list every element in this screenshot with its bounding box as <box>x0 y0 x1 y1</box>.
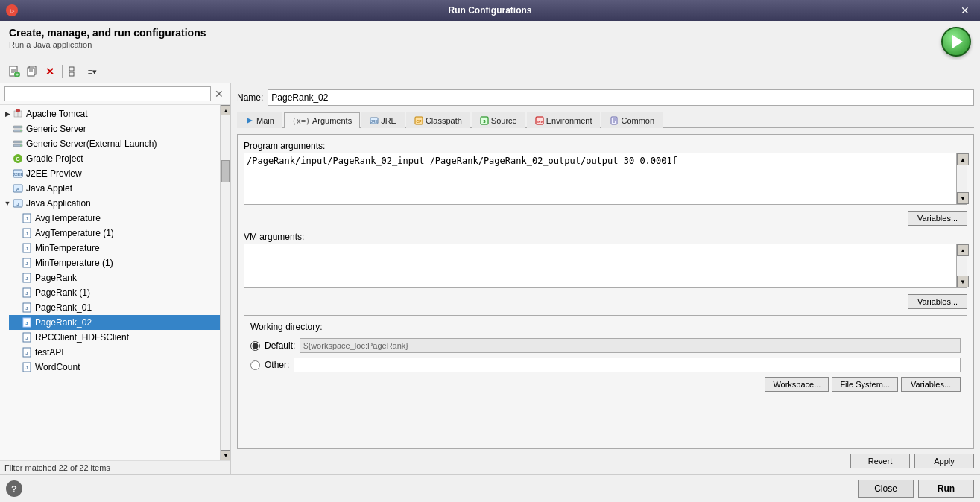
tree-item-rpcclient[interactable]: ▶ J RPCClient_HDFSClient <box>9 330 220 345</box>
collapse-button[interactable] <box>66 63 83 80</box>
svg-text:J: J <box>16 202 19 206</box>
duplicate-config-button[interactable] <box>24 63 40 80</box>
java-file-icon: J <box>21 317 33 328</box>
java-file-icon: J <box>21 287 33 299</box>
vm-scroll-up[interactable]: ▲ <box>957 244 969 256</box>
gradle-icon: G <box>12 153 24 165</box>
svg-point-25 <box>20 142 22 143</box>
tree-item-pagerank[interactable]: ▶ J PageRank <box>9 270 220 285</box>
help-button[interactable]: ? <box>6 480 22 497</box>
svg-text:ENV: ENV <box>537 120 543 124</box>
search-input[interactable] <box>4 86 211 101</box>
tree-item-testapi[interactable]: ▶ J testAPI <box>9 345 220 360</box>
name-label: Name: <box>237 92 263 103</box>
pagerank-02-label: PageRank_02 <box>35 317 92 328</box>
svg-text:G: G <box>16 156 20 162</box>
vm-scroll-down[interactable]: ▼ <box>957 276 969 287</box>
new-config-button[interactable]: + <box>6 63 22 80</box>
prog-scroll-up[interactable]: ▲ <box>957 153 969 165</box>
close-dialog-button[interactable]: Close <box>858 480 914 498</box>
tab-common[interactable]: Common <box>601 112 663 128</box>
tree-item-pagerank-1[interactable]: ▶ J PageRank (1) <box>9 285 220 300</box>
java-file-icon: J <box>21 257 33 269</box>
tree-item-java-application[interactable]: ▼ J Java Application <box>0 196 220 211</box>
delete-config-button[interactable]: ✕ <box>42 63 58 80</box>
tree-item-java-applet[interactable]: ▶ A Java Applet <box>0 181 220 196</box>
vm-args-label: VM arguments: <box>244 232 967 242</box>
tree-item-pagerank-02[interactable]: ▶ J PageRank_02 <box>9 315 220 330</box>
revert-button[interactable]: Revert <box>850 454 910 468</box>
name-input[interactable] <box>268 89 974 106</box>
tab-main[interactable]: Main <box>237 112 282 128</box>
default-dir-row: Default: <box>250 338 961 353</box>
tree-item-apache-tomcat[interactable]: ▶ Apache Tomcat <box>0 107 220 121</box>
svg-text:J: J <box>25 291 28 296</box>
working-dir-section: Working directory: Default: Other: Works… <box>244 315 967 398</box>
svg-text:J: J <box>25 232 28 236</box>
tab-jre[interactable]: JRE JRE <box>361 112 405 128</box>
vm-args-input[interactable] <box>244 244 957 288</box>
vm-vars-row: Variables... <box>244 294 967 309</box>
program-args-label: Program arguments: <box>244 141 967 151</box>
scroll-thumb[interactable] <box>221 160 230 182</box>
tab-common-label: Common <box>621 116 654 125</box>
scroll-up-button[interactable]: ▲ <box>221 105 230 115</box>
tree-item-min-temp[interactable]: ▶ J MinTemperature <box>9 241 220 255</box>
workspace-button[interactable]: Workspace... <box>765 377 829 392</box>
tab-environment[interactable]: ENV Environment <box>527 112 601 128</box>
vm-args-section: VM arguments: ▲ ▼ <box>244 232 967 288</box>
prog-scroll-down[interactable]: ▼ <box>957 192 969 204</box>
tab-classpath[interactable]: CP Classpath <box>406 112 470 128</box>
tree-item-pagerank-01[interactable]: ▶ J PageRank_01 <box>9 300 220 315</box>
program-args-input[interactable] <box>244 153 957 205</box>
tab-environment-label: Environment <box>546 116 592 125</box>
generic-server-ext-label: Generic Server(External Launch) <box>26 139 157 149</box>
tree-item-avg-temp-1[interactable]: ▶ J AvgTemperature (1) <box>9 226 220 241</box>
search-bar: ✕ <box>0 83 230 105</box>
tree-item-min-temp-1[interactable]: ▶ J MinTemperature (1) <box>9 255 220 270</box>
run-button[interactable] <box>941 27 971 57</box>
vm-args-scrollbar: ▲ ▼ <box>957 244 967 288</box>
tab-arguments-label: Arguments <box>312 116 352 125</box>
svg-point-26 <box>20 145 22 147</box>
pagerank-label: PageRank <box>35 273 77 283</box>
tree-item-gradle[interactable]: ▶ G Gradle Project <box>0 151 220 166</box>
other-radio[interactable] <box>250 360 260 370</box>
scroll-track <box>221 115 230 450</box>
header-left: Create, manage, and run configurations R… <box>9 27 206 49</box>
arguments-form: Program arguments: ▲ ▼ Variables... <box>237 134 974 449</box>
tree-item-generic-server[interactable]: ▶ Generic Server <box>0 121 220 136</box>
other-dir-input[interactable] <box>294 358 961 372</box>
svg-text:J2EE: J2EE <box>13 172 23 177</box>
title-bar: ▷ Run Configurations ✕ <box>0 0 980 21</box>
svg-text:CP: CP <box>416 119 422 124</box>
vm-args-container: ▲ ▼ <box>244 244 967 288</box>
tree-item-j2ee[interactable]: ▶ J2EE J2EE Preview <box>0 166 220 181</box>
working-dir-variables-button[interactable]: Variables... <box>901 377 961 392</box>
run-dialog-button[interactable]: Run <box>918 480 974 498</box>
server-icon <box>12 123 24 135</box>
tab-arguments[interactable]: (x=) Arguments <box>284 112 360 128</box>
vm-args-variables-button[interactable]: Variables... <box>908 294 967 309</box>
default-radio[interactable] <box>250 341 260 351</box>
tree-item-generic-server-ext[interactable]: ▶ Generic Server(External Launch) <box>0 136 220 151</box>
scroll-down-button[interactable]: ▼ <box>221 450 230 460</box>
prog-vars-row: Variables... <box>244 211 967 226</box>
filter-button[interactable]: ≡▾ <box>84 63 101 80</box>
java-file-icon: J <box>21 227 33 239</box>
file-system-button[interactable]: File System... <box>832 377 898 392</box>
search-clear-button[interactable]: ✕ <box>212 88 226 100</box>
tab-source[interactable]: S Source <box>472 112 525 128</box>
tree-item-avg-temp[interactable]: ▶ J AvgTemperature <box>9 211 220 226</box>
apply-button[interactable]: Apply <box>914 454 974 468</box>
program-args-section: Program arguments: ▲ ▼ <box>244 141 967 205</box>
tree-item-wordcount[interactable]: ▶ J WordCount <box>9 360 220 375</box>
svg-text:J: J <box>25 306 28 311</box>
tab-classpath-label: Classpath <box>426 116 462 125</box>
svg-text:J: J <box>25 217 28 221</box>
default-dir-input <box>300 338 961 353</box>
close-button[interactable]: ✕ <box>956 3 974 18</box>
program-args-variables-button[interactable]: Variables... <box>908 211 967 226</box>
java-file-icon: J <box>21 361 33 373</box>
avg-temp-label: AvgTemperature <box>35 213 101 223</box>
